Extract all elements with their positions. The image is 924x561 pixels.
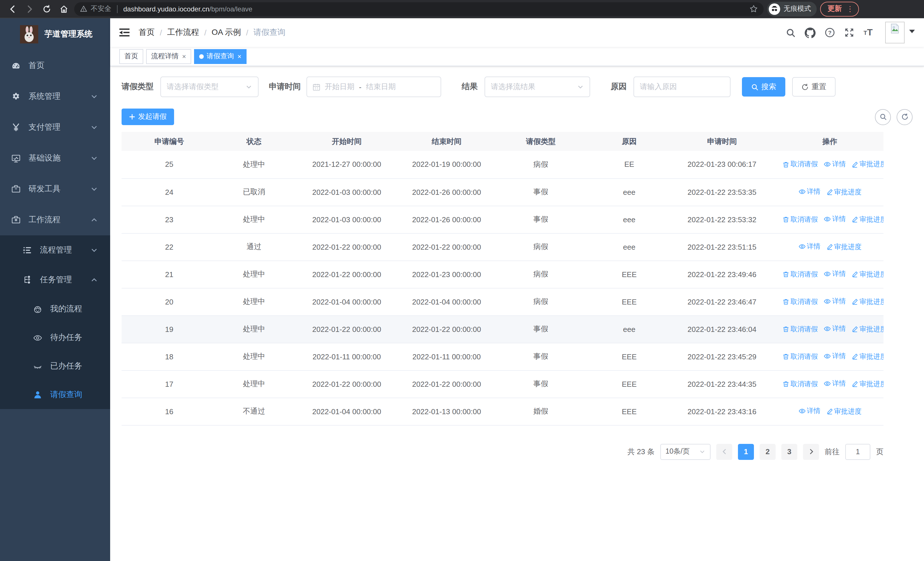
breadcrumb: 首页/工作流程/OA 示例/请假查询 bbox=[139, 27, 285, 38]
cell-reason: EEE bbox=[591, 343, 668, 370]
fullscreen-icon[interactable] bbox=[844, 27, 854, 38]
browser-back-icon[interactable] bbox=[6, 2, 20, 16]
close-tab-icon[interactable]: × bbox=[182, 52, 186, 60]
result-placeholder: 请选择流结果 bbox=[491, 82, 577, 92]
progress-link[interactable]: 审批进度 bbox=[852, 352, 884, 361]
browser-refresh-icon[interactable] bbox=[40, 2, 54, 16]
detail-link[interactable]: 详情 bbox=[798, 187, 820, 197]
sidebar-item-已办任务[interactable]: 已办任务 bbox=[0, 352, 110, 381]
action-label: 取消请假 bbox=[790, 324, 818, 334]
detail-link[interactable]: 详情 bbox=[824, 324, 846, 334]
sidebar-item-支付管理[interactable]: 支付管理 bbox=[0, 112, 110, 143]
progress-link[interactable]: 审批进度 bbox=[852, 297, 884, 307]
sidebar-item-请假查询[interactable]: 请假查询 bbox=[0, 381, 110, 409]
progress-link[interactable]: 审批进度 bbox=[852, 379, 884, 389]
sidebar-item-基础设施[interactable]: 基础设施 bbox=[0, 143, 110, 174]
page-button-2[interactable]: 2 bbox=[760, 444, 776, 460]
progress-link[interactable]: 审批进度 bbox=[826, 187, 861, 197]
page-button-1[interactable]: 1 bbox=[738, 444, 754, 460]
tag-view-请假查询[interactable]: 请假查询× bbox=[194, 49, 246, 64]
tag-view-流程详情[interactable]: 流程详情× bbox=[146, 49, 191, 64]
cancel-link[interactable]: 取消请假 bbox=[783, 352, 818, 361]
user-avatar-menu[interactable] bbox=[885, 22, 915, 44]
sidebar-toggle-icon[interactable] bbox=[119, 28, 129, 37]
sidebar-item-研发工具[interactable]: 研发工具 bbox=[0, 174, 110, 205]
cell-id: 25 bbox=[122, 151, 217, 178]
cell-end: 2022-01-13 00:00:00 bbox=[402, 398, 491, 425]
close-tab-icon[interactable]: × bbox=[237, 52, 242, 60]
action-label: 审批进度 bbox=[834, 406, 861, 416]
cancel-link[interactable]: 取消请假 bbox=[783, 269, 818, 279]
goto-page-input[interactable] bbox=[845, 444, 870, 460]
sidebar-item-我的流程[interactable]: 我的流程 bbox=[0, 295, 110, 323]
reason-input[interactable]: 请输入原因 bbox=[633, 77, 730, 97]
leave-type-select[interactable]: 请选择请假类型 bbox=[160, 77, 258, 97]
detail-link[interactable]: 详情 bbox=[824, 269, 846, 279]
sidebar-item-首页[interactable]: 首页 bbox=[0, 50, 110, 81]
not-secure-icon bbox=[80, 5, 87, 12]
progress-link[interactable]: 审批进度 bbox=[852, 269, 884, 279]
sidebar-item-流程管理[interactable]: 流程管理 bbox=[0, 235, 110, 265]
sidebar-item-任务管理[interactable]: 任务管理 bbox=[0, 265, 110, 295]
cancel-link[interactable]: 取消请假 bbox=[783, 324, 818, 334]
progress-link[interactable]: 审批进度 bbox=[826, 242, 861, 252]
page-button-3[interactable]: 3 bbox=[782, 444, 797, 460]
cell-status: 通过 bbox=[217, 233, 291, 260]
detail-link[interactable]: 详情 bbox=[824, 351, 846, 361]
github-icon[interactable] bbox=[805, 27, 816, 38]
monitor-icon bbox=[11, 153, 21, 163]
breadcrumb-item[interactable]: OA 示例 bbox=[212, 27, 241, 38]
create-leave-button[interactable]: 发起请假 bbox=[122, 108, 174, 125]
cancel-link[interactable]: 取消请假 bbox=[783, 160, 818, 169]
sidebar-item-label: 流程管理 bbox=[40, 245, 91, 256]
detail-link[interactable]: 详情 bbox=[824, 379, 846, 388]
cancel-link[interactable]: 取消请假 bbox=[783, 379, 818, 389]
browser-forward-icon[interactable] bbox=[23, 2, 36, 16]
show-search-toggle-button[interactable] bbox=[875, 109, 891, 125]
table-header-row: 申请编号状态开始时间结束时间请假类型原因申请时间操作 bbox=[122, 132, 884, 151]
update-button[interactable]: 更新 ⋮ bbox=[820, 2, 859, 16]
detail-link[interactable]: 详情 bbox=[798, 242, 820, 251]
detail-link[interactable]: 详情 bbox=[824, 159, 846, 169]
progress-link[interactable]: 审批进度 bbox=[826, 406, 861, 416]
help-icon[interactable]: ? bbox=[825, 27, 835, 38]
next-page-button[interactable] bbox=[803, 444, 819, 460]
result-select[interactable]: 请选择流结果 bbox=[484, 77, 590, 97]
page-unit-label: 页 bbox=[876, 447, 884, 457]
font-size-icon[interactable]: TT bbox=[864, 27, 873, 38]
browser-menu-icon[interactable]: ⋮ bbox=[846, 5, 854, 13]
reset-button[interactable]: 重置 bbox=[792, 77, 836, 96]
cell-end: 2022-01-19 00:00:00 bbox=[402, 151, 491, 178]
cancel-link[interactable]: 取消请假 bbox=[783, 297, 818, 307]
sidebar-logo[interactable]: 芋道管理系统 bbox=[0, 18, 110, 50]
edit-icon bbox=[852, 161, 858, 168]
view-icon bbox=[824, 325, 831, 332]
tag-view-首页[interactable]: 首页 bbox=[119, 49, 143, 64]
active-tab-dot bbox=[199, 54, 204, 59]
table-row: 20处理中2022-01-04 00:00:002022-01-04 00:00… bbox=[122, 288, 884, 315]
sidebar-item-待办任务[interactable]: 待办任务 bbox=[0, 323, 110, 352]
detail-link[interactable]: 详情 bbox=[798, 406, 820, 416]
header-search-icon[interactable] bbox=[786, 28, 796, 38]
sidebar-item-工作流程[interactable]: 工作流程 bbox=[0, 205, 110, 235]
detail-link[interactable]: 详情 bbox=[824, 296, 846, 306]
search-button[interactable]: 搜索 bbox=[742, 77, 785, 96]
refresh-table-button[interactable] bbox=[897, 109, 913, 125]
navbar: 首页/工作流程/OA 示例/请假查询 ? TT bbox=[110, 18, 924, 47]
bookmark-star-icon[interactable] bbox=[749, 5, 758, 13]
cell-id: 16 bbox=[122, 398, 217, 425]
detail-link[interactable]: 详情 bbox=[824, 214, 846, 224]
browser-home-icon[interactable] bbox=[57, 2, 71, 16]
cancel-link[interactable]: 取消请假 bbox=[783, 215, 818, 224]
progress-link[interactable]: 审批进度 bbox=[852, 215, 884, 224]
page-size-select[interactable]: 10条/页 bbox=[660, 444, 711, 460]
address-bar[interactable]: 不安全 dashboard.yudao.iocoder.cn/bpm/oa/le… bbox=[74, 2, 764, 16]
prev-page-button[interactable] bbox=[716, 444, 732, 460]
apply-time-range-picker[interactable]: 开始日期 - 结束日期 bbox=[306, 77, 441, 97]
sidebar-item-label: 已办任务 bbox=[50, 361, 110, 371]
progress-link[interactable]: 审批进度 bbox=[852, 324, 884, 334]
breadcrumb-item[interactable]: 工作流程 bbox=[167, 27, 199, 38]
breadcrumb-item[interactable]: 首页 bbox=[139, 27, 154, 38]
sidebar-item-系统管理[interactable]: 系统管理 bbox=[0, 81, 110, 112]
progress-link[interactable]: 审批进度 bbox=[852, 160, 884, 169]
